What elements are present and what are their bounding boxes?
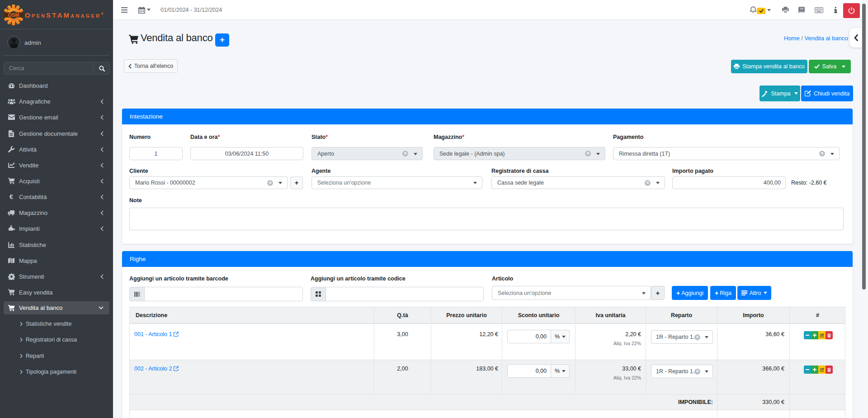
svg-text:OSM: OSM [8, 12, 19, 18]
